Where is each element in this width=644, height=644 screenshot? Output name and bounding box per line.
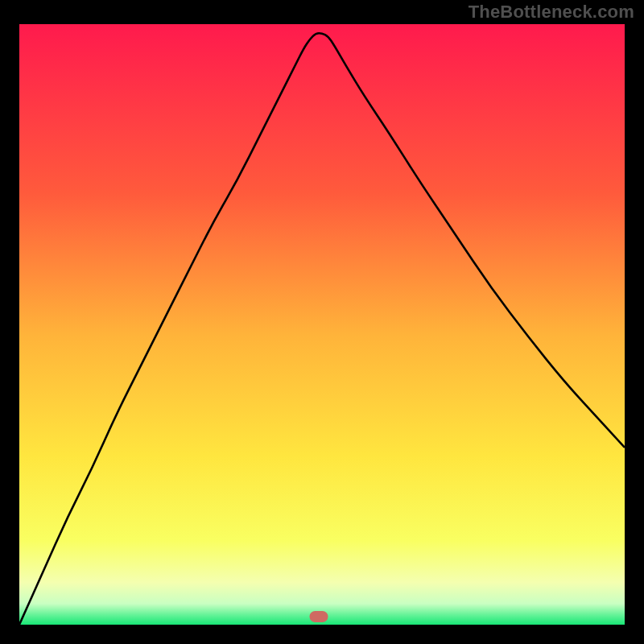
- gradient-background: [19, 24, 625, 625]
- optimal-point-marker: [310, 611, 328, 622]
- attribution-text: TheBottleneck.com: [469, 2, 634, 23]
- chart-frame: TheBottleneck.com: [0, 0, 644, 644]
- plot-area: [19, 24, 625, 625]
- plot-svg: [19, 24, 625, 625]
